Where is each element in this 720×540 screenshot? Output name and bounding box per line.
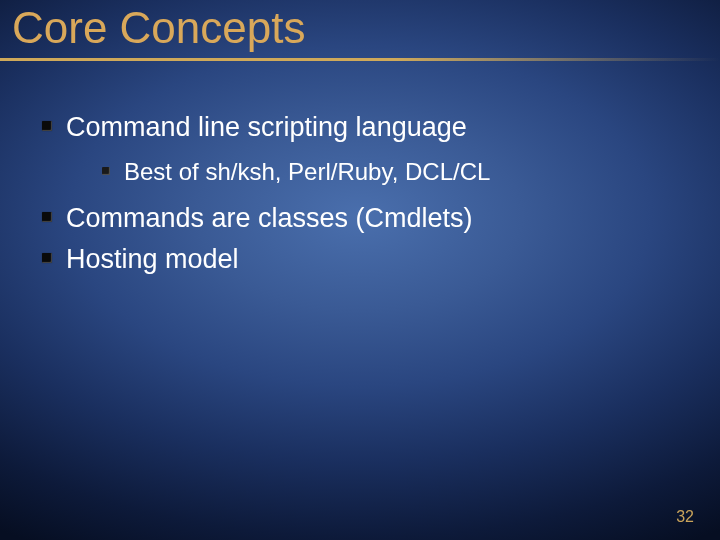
bullet-text: Commands are classes (Cmdlets) — [66, 203, 473, 233]
title-underline — [0, 58, 720, 61]
sub-bullet-item: Best of sh/ksh, Perl/Ruby, DCL/CL — [102, 155, 690, 189]
bullet-text: Hosting model — [66, 244, 239, 274]
slide-title: Core Concepts — [12, 3, 305, 53]
sub-bullet-text: Best of sh/ksh, Perl/Ruby, DCL/CL — [124, 158, 490, 185]
page-number: 32 — [676, 508, 694, 526]
bullet-item: Commands are classes (Cmdlets) — [42, 199, 690, 238]
slide: Core Concepts Command line scripting lan… — [0, 0, 720, 540]
bullet-item: Hosting model — [42, 240, 690, 279]
sub-bullet-list: Best of sh/ksh, Perl/Ruby, DCL/CL — [66, 155, 690, 189]
bullet-list: Command line scripting language Best of … — [42, 108, 690, 279]
slide-body: Command line scripting language Best of … — [42, 108, 690, 281]
bullet-item: Command line scripting language Best of … — [42, 108, 690, 189]
bullet-text: Command line scripting language — [66, 112, 467, 142]
